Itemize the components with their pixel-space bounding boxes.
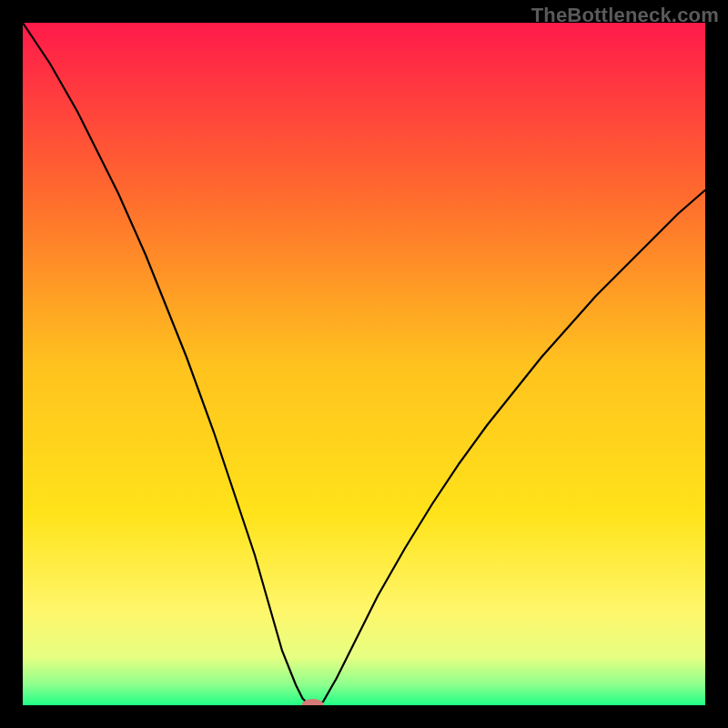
gradient-background [23, 23, 705, 705]
bottleneck-chart [23, 23, 705, 705]
chart-frame: TheBottleneck.com [0, 0, 728, 728]
watermark-text: TheBottleneck.com [531, 4, 719, 27]
plot-area [23, 23, 705, 705]
